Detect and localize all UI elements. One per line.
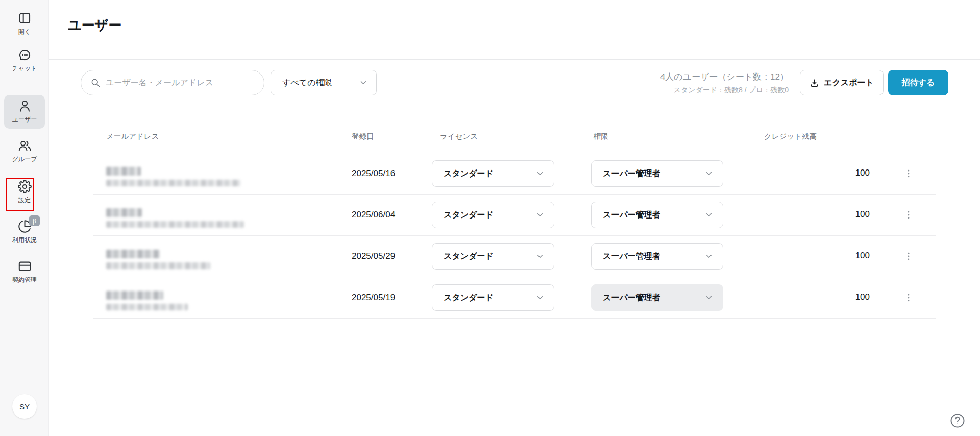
- panel-icon: [18, 11, 32, 25]
- sidebar-item-label: 利用状況: [12, 236, 37, 245]
- help-button[interactable]: [948, 411, 967, 430]
- redacted-user-email: [106, 180, 240, 186]
- license-dropdown[interactable]: スタンダード: [432, 243, 554, 270]
- invite-button[interactable]: 招待する: [888, 70, 948, 95]
- chevron-down-icon: [704, 210, 714, 220]
- license-dropdown[interactable]: スタンダード: [432, 284, 554, 311]
- permission-filter-value: すべての権限: [282, 78, 332, 88]
- row-menu-button[interactable]: [899, 164, 918, 183]
- row-menu-button[interactable]: [899, 206, 918, 224]
- credit-balance: 100: [737, 292, 870, 302]
- license-value: スタンダード: [444, 251, 494, 262]
- export-button[interactable]: エクスポート: [800, 70, 884, 95]
- kebab-menu-icon: [903, 210, 914, 220]
- sidebar-item-settings[interactable]: 設定: [4, 180, 45, 205]
- redacted-user-name: [106, 167, 141, 176]
- license-value: スタンダード: [444, 168, 494, 179]
- table-row: 2025/05/29 スタンダード スーパー管理者 100: [93, 236, 936, 277]
- credit-balance: 100: [737, 209, 870, 220]
- sidebar-item-contract[interactable]: 契約管理: [4, 259, 45, 284]
- chevron-down-icon: [535, 169, 545, 178]
- row-menu-button[interactable]: [899, 288, 918, 307]
- gear-icon: [18, 180, 32, 193]
- sidebar: 開く チャット ユーザー グループ 設定 利用状況 β 契約管理 SY: [0, 0, 49, 436]
- search-input[interactable]: [106, 78, 256, 87]
- permission-value: スーパー管理者: [603, 251, 660, 262]
- column-header-license: ライセンス: [440, 132, 478, 141]
- chevron-down-icon: [535, 293, 545, 302]
- permission-dropdown[interactable]: スーパー管理者: [591, 160, 723, 187]
- row-menu-button[interactable]: [899, 247, 918, 265]
- chevron-down-icon: [535, 210, 545, 220]
- kebab-menu-icon: [903, 293, 914, 303]
- chevron-down-icon: [704, 169, 714, 178]
- sidebar-item-label: 契約管理: [12, 276, 37, 284]
- registration-date: 2025/06/04: [352, 210, 395, 220]
- column-header-email: メールアドレス: [106, 132, 159, 141]
- table-header-row: メールアドレス 登録日 ライセンス 権限 クレジット残高: [93, 123, 936, 153]
- permission-value: スーパー管理者: [603, 293, 660, 303]
- license-dropdown[interactable]: スタンダード: [432, 202, 554, 228]
- sidebar-item-chat[interactable]: チャット: [4, 48, 45, 73]
- beta-badge: β: [29, 215, 40, 226]
- user-counts: 4人のユーザー（シート数：12） スタンダード：残数8 / プロ：残数0: [660, 71, 789, 95]
- redacted-user-name: [106, 291, 163, 300]
- column-header-date: 登録日: [352, 132, 374, 141]
- license-value: スタンダード: [444, 293, 494, 303]
- redacted-user-email: [106, 221, 244, 228]
- chevron-down-icon: [359, 78, 368, 87]
- sidebar-item-label: 設定: [18, 196, 31, 205]
- page-title: ユーザー: [68, 16, 121, 34]
- table-row: 2025/05/16 スタンダード スーパー管理者 100: [93, 153, 936, 195]
- export-label: エクスポート: [824, 78, 874, 88]
- permission-dropdown[interactable]: スーパー管理者: [591, 202, 723, 228]
- credit-balance: 100: [737, 168, 870, 178]
- user-icon: [18, 99, 32, 113]
- chevron-down-icon: [704, 293, 714, 302]
- registration-date: 2025/05/16: [352, 168, 395, 179]
- table-row: 2025/05/19 スタンダード スーパー管理者 100: [93, 277, 936, 319]
- sidebar-item-groups[interactable]: グループ: [4, 139, 45, 164]
- permission-dropdown[interactable]: スーパー管理者: [591, 243, 723, 270]
- sidebar-item-label: チャット: [12, 64, 37, 73]
- permission-dropdown[interactable]: スーパー管理者: [591, 284, 723, 311]
- kebab-menu-icon: [903, 251, 914, 261]
- chat-icon: [18, 48, 32, 62]
- registration-date: 2025/05/19: [352, 293, 395, 303]
- sidebar-item-users[interactable]: ユーザー: [4, 95, 45, 129]
- redacted-user-email: [106, 262, 210, 269]
- registration-date: 2025/05/29: [352, 251, 395, 261]
- sidebar-item-open[interactable]: 開く: [4, 11, 45, 36]
- redacted-user-email: [106, 304, 188, 310]
- license-dropdown[interactable]: スタンダード: [432, 160, 554, 187]
- redacted-user-name: [106, 208, 142, 217]
- search-box[interactable]: [81, 70, 264, 95]
- column-header-permission: 権限: [594, 132, 608, 141]
- column-header-credit: クレジット残高: [764, 132, 817, 141]
- user-avatar[interactable]: SY: [12, 394, 37, 419]
- credit-balance: 100: [737, 251, 870, 261]
- users-table: メールアドレス 登録日 ライセンス 権限 クレジット残高 2025/05/16 …: [93, 123, 936, 319]
- search-icon: [90, 78, 101, 88]
- help-icon: [948, 411, 967, 430]
- header-divider: [49, 59, 980, 60]
- seats-detail-text: スタンダード：残数8 / プロ：残数0: [660, 86, 789, 95]
- permission-filter-dropdown[interactable]: すべての権限: [271, 70, 377, 95]
- main-content: ユーザー すべての権限 4人のユーザー（シート数：12） スタンダード：残数8 …: [49, 0, 980, 436]
- chevron-down-icon: [704, 252, 714, 261]
- user-count-text: 4人のユーザー（シート数：12）: [660, 71, 789, 83]
- permission-value: スーパー管理者: [603, 210, 660, 221]
- group-icon: [18, 139, 32, 153]
- credit-card-icon: [18, 259, 32, 273]
- license-value: スタンダード: [444, 210, 494, 221]
- download-icon: [810, 78, 819, 88]
- table-row: 2025/06/04 スタンダード スーパー管理者 100: [93, 195, 936, 236]
- sidebar-item-label: グループ: [12, 155, 37, 164]
- permission-value: スーパー管理者: [603, 168, 660, 179]
- redacted-user-name: [106, 250, 160, 258]
- sidebar-item-label: ユーザー: [12, 115, 37, 124]
- sidebar-item-label: 開く: [18, 28, 31, 36]
- sidebar-divider: [13, 88, 36, 88]
- kebab-menu-icon: [903, 168, 914, 179]
- chevron-down-icon: [535, 252, 545, 261]
